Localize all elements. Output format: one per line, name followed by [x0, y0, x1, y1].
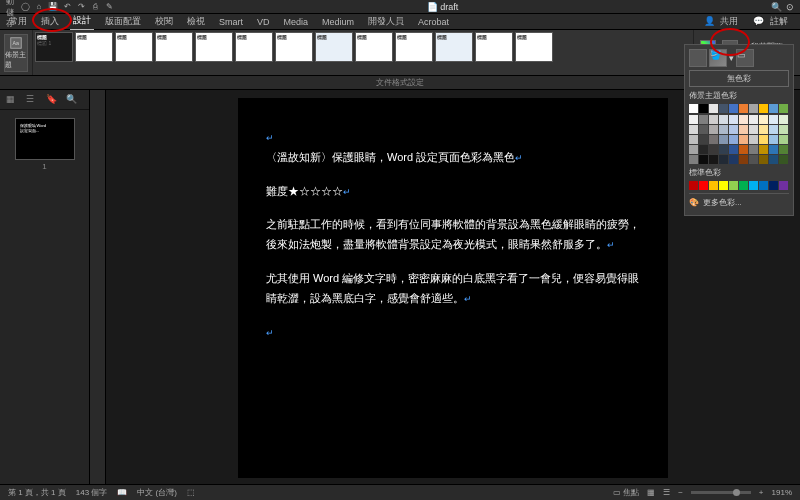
document-page[interactable]: ↵ 〈溫故知新〉保護眼睛，Word 設定頁面色彩為黑色↵ 難度★☆☆☆☆↵ 之前…: [238, 98, 668, 478]
color-swatch[interactable]: [769, 125, 778, 134]
page-thumbnail[interactable]: 保護眼睛 Word設定頁面...: [15, 118, 75, 160]
color-swatch[interactable]: [719, 125, 728, 134]
zoom-slider[interactable]: [691, 491, 751, 494]
theme-item[interactable]: 標題: [395, 32, 433, 62]
word-count[interactable]: 143 個字: [76, 487, 108, 498]
color-swatch[interactable]: [699, 155, 708, 164]
color-swatch[interactable]: [759, 145, 768, 154]
doc-difficulty[interactable]: 難度★☆☆☆☆↵: [266, 182, 640, 202]
color-swatch[interactable]: [739, 125, 748, 134]
theme-item[interactable]: 標題: [155, 32, 193, 62]
themes-button[interactable]: Aa 佈景主題: [4, 34, 28, 72]
search-icon[interactable]: 🔍: [771, 2, 782, 12]
color-swatch[interactable]: [749, 104, 758, 113]
no-color-option[interactable]: 無色彩: [689, 70, 789, 87]
tab-acrobat[interactable]: Acrobat: [415, 15, 452, 29]
color-swatch[interactable]: [729, 181, 738, 190]
view-print-icon[interactable]: ▦: [647, 488, 655, 497]
color-swatch[interactable]: [749, 145, 758, 154]
autosave-toggle[interactable]: 自動儲存: [6, 2, 16, 12]
color-swatch[interactable]: [749, 125, 758, 134]
color-swatch[interactable]: [779, 104, 788, 113]
color-swatch[interactable]: [699, 181, 708, 190]
color-swatch[interactable]: [719, 145, 728, 154]
color-swatch[interactable]: [689, 145, 698, 154]
color-swatch[interactable]: [719, 135, 728, 144]
theme-item[interactable]: 標題: [275, 32, 313, 62]
undo-icon[interactable]: ↶: [62, 2, 72, 12]
search-tab-icon[interactable]: 🔍: [66, 94, 78, 106]
color-swatch[interactable]: [689, 155, 698, 164]
overflow-icon[interactable]: ⊙: [786, 2, 794, 12]
page-borders-button[interactable]: ▭: [736, 49, 754, 67]
color-swatch[interactable]: [739, 181, 748, 190]
tab-design[interactable]: 設計: [70, 12, 94, 31]
tab-view[interactable]: 檢視: [184, 13, 208, 30]
color-swatch[interactable]: [709, 115, 718, 124]
color-swatch[interactable]: [699, 125, 708, 134]
color-swatch[interactable]: [689, 125, 698, 134]
color-swatch[interactable]: [709, 125, 718, 134]
color-swatch[interactable]: [739, 135, 748, 144]
color-swatch[interactable]: [749, 115, 758, 124]
outline-tab-icon[interactable]: ☰: [26, 94, 38, 106]
color-swatch[interactable]: [689, 135, 698, 144]
color-swatch[interactable]: [739, 115, 748, 124]
color-swatch[interactable]: [779, 135, 788, 144]
color-swatch[interactable]: [769, 115, 778, 124]
tab-home[interactable]: 常用: [6, 13, 30, 30]
color-swatch[interactable]: [759, 115, 768, 124]
color-swatch[interactable]: [769, 181, 778, 190]
color-swatch[interactable]: [729, 104, 738, 113]
color-swatch[interactable]: [709, 135, 718, 144]
theme-item[interactable]: 標題: [195, 32, 233, 62]
color-swatch[interactable]: [689, 181, 698, 190]
tab-media[interactable]: Media: [281, 15, 312, 29]
color-swatch[interactable]: [729, 115, 738, 124]
color-swatch[interactable]: [719, 155, 728, 164]
color-swatch[interactable]: [699, 135, 708, 144]
color-swatch[interactable]: [729, 135, 738, 144]
color-swatch[interactable]: [689, 115, 698, 124]
save-icon[interactable]: 💾: [48, 2, 58, 12]
zoom-level[interactable]: 191%: [772, 488, 792, 497]
color-swatch[interactable]: [709, 181, 718, 190]
color-swatch[interactable]: [689, 104, 698, 113]
color-swatch[interactable]: [779, 155, 788, 164]
doc-paragraph-1[interactable]: 之前駐點工作的時候，看到有位同事將軟體的背景設為黑色緩解眼睛的疲勞，後來如法炮製…: [266, 215, 640, 255]
doc-title-line[interactable]: 〈溫故知新〉保護眼睛，Word 設定頁面色彩為黑色↵: [266, 148, 640, 168]
color-swatch[interactable]: [729, 125, 738, 134]
page-color-button[interactable]: 🪣: [709, 49, 727, 67]
color-swatch[interactable]: [709, 104, 718, 113]
theme-item[interactable]: 標題標題 1: [35, 32, 73, 62]
bookmark-tab-icon[interactable]: 🔖: [46, 94, 58, 106]
focus-mode[interactable]: ▭ 焦點: [613, 487, 639, 498]
color-swatch[interactable]: [759, 135, 768, 144]
color-swatch[interactable]: [749, 155, 758, 164]
color-swatch[interactable]: [769, 104, 778, 113]
color-swatch[interactable]: [759, 181, 768, 190]
theme-gallery[interactable]: 標題標題 1 標題 標題 標題 標題 標題 標題 標題 標題 標題 標題 標題 …: [33, 30, 693, 75]
color-swatch[interactable]: [779, 181, 788, 190]
color-swatch[interactable]: [769, 155, 778, 164]
theme-item[interactable]: 標題: [315, 32, 353, 62]
theme-item[interactable]: 標題: [475, 32, 513, 62]
color-swatch[interactable]: [779, 115, 788, 124]
tab-insert[interactable]: 插入: [38, 13, 62, 30]
accessibility-icon[interactable]: ⬚: [187, 488, 195, 497]
language-status[interactable]: 中文 (台灣): [137, 487, 177, 498]
page-count[interactable]: 第 1 頁，共 1 頁: [8, 487, 66, 498]
redo-icon[interactable]: ↷: [76, 2, 86, 12]
share-button[interactable]: 👤 共用: [701, 13, 745, 30]
tab-vd[interactable]: VD: [254, 15, 273, 29]
theme-item[interactable]: 標題: [115, 32, 153, 62]
color-swatch[interactable]: [779, 145, 788, 154]
theme-item[interactable]: 標題: [355, 32, 393, 62]
watermark-button[interactable]: [689, 49, 707, 67]
color-swatch[interactable]: [739, 155, 748, 164]
more-colors-option[interactable]: 🎨更多色彩...: [689, 193, 789, 211]
color-swatch[interactable]: [769, 135, 778, 144]
print-icon[interactable]: ⎙: [90, 2, 100, 12]
color-swatch[interactable]: [699, 145, 708, 154]
thumbnails-tab-icon[interactable]: ▦: [6, 94, 18, 106]
